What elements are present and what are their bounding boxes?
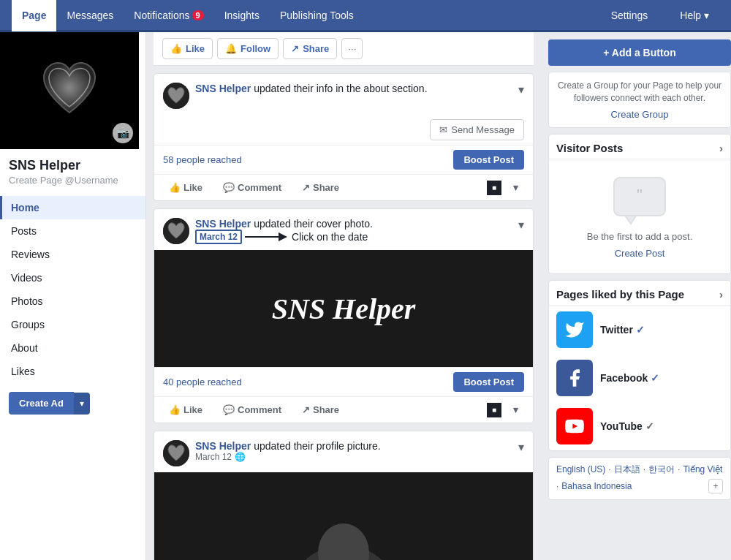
sidebar-item-home[interactable]: Home <box>0 196 145 219</box>
nav-tabs: Page Messages Notifications 9 Insights P… <box>12 0 364 31</box>
more-button[interactable]: ··· <box>341 38 363 59</box>
post-like-2[interactable]: 👍 Like <box>160 400 211 420</box>
avatar-heart-icon <box>163 83 189 109</box>
post-color-1[interactable]: ■ <box>487 181 501 195</box>
post-more-1[interactable]: ▾ <box>504 178 527 197</box>
create-ad-button[interactable]: Create Ad <box>9 392 74 415</box>
post-card-3: SNS Helper updated their profile picture… <box>154 431 534 560</box>
share-icon: ↗ <box>291 43 299 54</box>
sidebar-item-about[interactable]: About <box>0 336 145 360</box>
camera-icon[interactable]: 📷 <box>113 123 133 143</box>
facebook-verified-icon: ✓ <box>651 372 659 384</box>
boost-button-2[interactable]: Boost Post <box>453 372 524 392</box>
nav-right: Settings Help ▾ <box>601 10 719 21</box>
post-share-1[interactable]: ↗ Share <box>293 178 348 197</box>
follow-icon: 🔔 <box>225 43 237 54</box>
post-chevron-3[interactable]: ▾ <box>518 440 524 454</box>
boost-button-1[interactable]: Boost Post <box>453 150 524 170</box>
twitter-bird-icon <box>564 319 585 340</box>
page-name-block: SNS Helper Create Page @Username <box>0 149 145 190</box>
like-button[interactable]: 👍 Like <box>162 38 213 59</box>
sidebar-item-photos[interactable]: Photos <box>0 290 145 313</box>
pages-liked-header: Pages liked by this Page › <box>549 281 730 306</box>
youtube-play-icon <box>564 416 585 436</box>
post-card-1: SNS Helper updated their info in the abo… <box>154 73 534 201</box>
post-share-2[interactable]: ↗ Share <box>293 400 348 420</box>
post-more-2[interactable]: ▾ <box>504 400 527 420</box>
right-sidebar: + Add a Button Create a Group for your P… <box>541 32 731 560</box>
lang-bahasa[interactable]: Bahasa Indonesia <box>561 481 632 491</box>
follow-button[interactable]: 🔔 Follow <box>217 38 279 59</box>
send-icon: ✉ <box>439 124 447 135</box>
quote-bubble-icon: " <box>610 174 669 225</box>
post-meta-1: SNS Helper updated their info in the abo… <box>195 83 524 94</box>
tab-publishing-tools[interactable]: Publishing Tools <box>270 0 364 31</box>
sidebar-item-groups[interactable]: Groups <box>0 313 145 336</box>
post-chevron-2[interactable]: ▾ <box>518 218 524 232</box>
visitor-create-post-link[interactable]: Create Post <box>615 248 665 259</box>
create-group-link[interactable]: Create Group <box>556 109 723 120</box>
post-color-2[interactable]: ■ <box>487 403 501 417</box>
post-author-2[interactable]: SNS Helper <box>195 218 251 230</box>
facebook-f-icon <box>564 368 585 388</box>
twitter-page-icon <box>556 311 593 348</box>
liked-page-youtube[interactable]: YouTube ✓ <box>549 402 730 450</box>
post-action-text-2: updated their cover photo. <box>254 218 373 230</box>
post-comment-1[interactable]: 💬 Comment <box>214 178 290 197</box>
post-avatar-2 <box>163 218 189 244</box>
post-cover-image: SNS Helper <box>154 250 533 367</box>
svg-text:": " <box>637 186 643 204</box>
visitor-posts-header: Visitor Posts › <box>549 135 730 159</box>
post-chevron-1[interactable]: ▾ <box>518 83 524 97</box>
lang-japanese[interactable]: 日本語 <box>614 463 640 476</box>
youtube-page-icon <box>556 408 593 444</box>
post-author-1[interactable]: SNS Helper <box>195 83 251 94</box>
visitor-empty-text: Be the first to add a post. <box>587 231 693 242</box>
post-like-1[interactable]: 👍 Like <box>160 178 211 197</box>
sidebar-item-videos[interactable]: Videos <box>0 266 145 290</box>
lang-plus-button[interactable]: + <box>708 479 723 493</box>
globe-icon: 🌐 <box>235 452 246 462</box>
pages-liked-chevron[interactable]: › <box>719 288 723 300</box>
send-message-button[interactable]: ✉ Send Message <box>430 119 524 140</box>
tab-insights[interactable]: Insights <box>214 0 270 31</box>
action-bar: 👍 Like 🔔 Follow ↗ Share ··· <box>154 32 534 66</box>
cover-photo-text: SNS Helper <box>272 292 416 326</box>
sidebar-item-likes[interactable]: Likes <box>0 360 145 383</box>
post-actions-row-2: 👍 Like 💬 Comment ↗ Share ■ ▾ <box>154 396 533 423</box>
sidebar-item-reviews[interactable]: Reviews <box>0 243 145 266</box>
share-button[interactable]: ↗ Share <box>283 38 337 59</box>
post-comment-2[interactable]: 💬 Comment <box>214 400 290 420</box>
comment-icon-2: 💬 <box>223 404 235 415</box>
tab-help[interactable]: Help ▾ <box>670 10 719 21</box>
page-username[interactable]: Create Page @Username <box>9 175 137 186</box>
post-author-3[interactable]: SNS Helper <box>195 440 251 452</box>
post-avatar-1 <box>163 83 189 109</box>
post-actions-row-1: 👍 Like 💬 Comment ↗ Share ■ ▾ <box>154 174 533 200</box>
add-button-cta[interactable]: + Add a Button <box>548 39 731 66</box>
reach-count-2[interactable]: 40 people reached <box>163 377 242 387</box>
sidebar-item-posts[interactable]: Posts <box>0 219 145 243</box>
tab-messages[interactable]: Messages <box>56 0 124 31</box>
tab-notifications[interactable]: Notifications 9 <box>124 0 213 31</box>
reach-count-1[interactable]: 58 people reached <box>163 154 242 165</box>
profile-image[interactable]: 📷 <box>0 32 139 149</box>
tab-settings[interactable]: Settings <box>601 10 659 21</box>
visitor-posts-chevron[interactable]: › <box>719 142 723 154</box>
share-icon-small-2: ↗ <box>302 404 310 415</box>
post-action-text-1: updated their info in the about section. <box>254 83 427 94</box>
post-header-1: SNS Helper updated their info in the abo… <box>154 74 533 115</box>
lang-korean[interactable]: 한국어 <box>648 463 675 476</box>
youtube-verified-icon: ✓ <box>645 420 654 432</box>
lang-vietnamese[interactable]: Tiếng Việt <box>683 464 722 474</box>
post-date-highlight[interactable]: March 12 <box>195 230 242 244</box>
create-ad-dropdown[interactable]: ▾ <box>74 393 90 415</box>
liked-page-facebook[interactable]: Facebook ✓ <box>549 354 730 402</box>
youtube-page-name: YouTube ✓ <box>600 420 654 432</box>
post-profile-image <box>154 472 533 560</box>
lang-english[interactable]: English (US) <box>556 464 605 474</box>
tab-page[interactable]: Page <box>12 0 56 31</box>
facebook-page-name: Facebook ✓ <box>600 372 659 384</box>
profile-preview-icon <box>270 472 417 560</box>
liked-page-twitter[interactable]: Twitter ✓ <box>549 306 730 354</box>
